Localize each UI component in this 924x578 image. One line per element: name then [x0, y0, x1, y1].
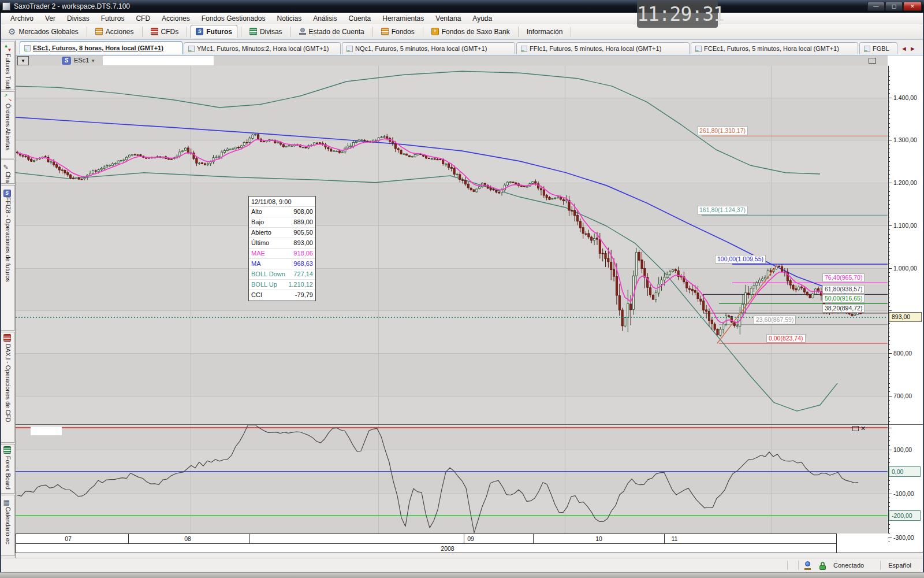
menu-divisas[interactable]: Divisas — [61, 13, 95, 24]
menu-archivo[interactable]: Archivo — [5, 13, 39, 24]
tooltip-row-ma: MA968,63 — [249, 259, 315, 269]
sidebar-item-calendario-ec[interactable]: ▦Calendario ec — [1, 495, 15, 556]
fib-label-61-80: 61,80(938,57) — [822, 285, 865, 294]
tooltip-row-label: CCI — [251, 291, 262, 300]
chevron-down-icon: ▼ — [91, 58, 95, 64]
menu-herramientas[interactable]: Herramientas — [377, 13, 430, 24]
toolbar-divisas[interactable]: Divisas — [245, 25, 287, 38]
price-tick-label: 700,00 — [893, 392, 912, 399]
tooltip-row-value: 1.210,12 — [288, 280, 313, 289]
sidebar-item-ffiz8-operaciones-de-futuros[interactable]: SFFIZ8 - Operaciones de futuros — [1, 185, 15, 331]
sidebar-item-cha[interactable]: ✎Cha — [1, 160, 15, 184]
tab-label: FFIc1, Futuros, 5 minutos, Hora local (G… — [530, 45, 661, 52]
sidebar-item-label: Órdenes Abiertas — [5, 103, 12, 150]
stripes-icon — [151, 28, 158, 35]
chart-maximize-icon[interactable] — [869, 58, 876, 64]
sidebar-item-futures-trading[interactable]: ▲▼Futures Trading — [1, 42, 15, 90]
toolbar-informacion[interactable]: Información — [522, 25, 568, 38]
cci-maximize-icon[interactable] — [852, 426, 859, 431]
toolbar-fondos-de-saxo-bank[interactable]: +Fondos de Saxo Bank — [427, 25, 515, 38]
toolbar-label: Acciones — [106, 28, 134, 36]
toolbar-label: Información — [527, 28, 563, 36]
language-label[interactable]: Español — [888, 562, 911, 569]
connection-status: Conectado — [833, 562, 864, 569]
plus-icon: + — [431, 28, 439, 35]
toolbar-divider — [518, 27, 519, 37]
sidebar-item-dax-i-operaciones-de-cfd[interactable]: DAX.I - Operaciones de CFD — [1, 332, 15, 443]
tab-label: YMc1, Futuros, Minutos:2, Hora local (GM… — [197, 45, 329, 52]
restore-button[interactable]: ▢ — [885, 2, 903, 11]
tooltip-row-value: 908,00 — [293, 208, 313, 216]
status-divider — [787, 561, 788, 570]
fib-label-261-80: 261,80(1.310,17) — [697, 127, 748, 135]
instrument-selector[interactable]: ESc1 ▼ — [74, 57, 95, 64]
toolbar-divider — [87, 27, 87, 37]
menu-ver[interactable]: Ver — [39, 13, 61, 24]
tooltip-row-label: MA — [251, 260, 261, 268]
toolbar: ⚙Mercados GlobalesAccionesCFDsSFuturosDi… — [0, 24, 924, 40]
toolbar-acciones[interactable]: Acciones — [91, 25, 139, 38]
tooltip-row-value: 918,06 — [293, 249, 313, 258]
time-axis: 07080910112008 — [16, 533, 924, 553]
toolbar-label: Fondos — [392, 28, 415, 36]
tab-ymc1[interactable]: ≈YMc1, Futuros, Minutos:2, Hora local (G… — [184, 42, 341, 54]
price-tick-label: 1.000,00 — [893, 265, 917, 272]
clock-overlay: 11:29:31 — [637, 1, 718, 28]
toolbar-label: Fondos de Saxo Bank — [442, 28, 510, 36]
toolbar-divider — [241, 27, 241, 37]
chart-canvas[interactable]: 1.400,001.300,001.200,001.100,001.000,00… — [16, 55, 924, 553]
cci-close-icon[interactable]: ✕ — [860, 426, 866, 431]
toolbar-label: Divisas — [260, 28, 282, 36]
toolbar-fondos[interactable]: Fondos — [377, 25, 419, 38]
close-button[interactable]: ✕ — [903, 2, 922, 11]
stripes-icon — [95, 28, 103, 35]
menu-cuenta[interactable]: Cuenta — [343, 13, 377, 24]
toolbar-estado-de-cuenta[interactable]: Estado de Cuenta — [295, 25, 369, 38]
tab-ffic1[interactable]: ≈FFIc1, Futuros, 5 minutos, Hora local (… — [516, 42, 690, 54]
menu-ayuda[interactable]: Ayuda — [467, 13, 498, 24]
cci-tick-label: -300,00 — [893, 534, 914, 541]
tab-scroll-left-icon[interactable]: ◄ — [901, 45, 907, 52]
sidebar-item-ordenes-abiertas[interactable]: ↗↘Órdenes Abiertas — [1, 91, 15, 158]
tooltip-row-boll-down: BOLL Down727,14 — [249, 269, 315, 280]
menu-futuros[interactable]: Futuros — [95, 13, 131, 24]
minimize-button[interactable]: — — [867, 2, 885, 11]
cci-tick-label: 100,00 — [893, 446, 912, 453]
tooltip-row-label: Abierto — [251, 228, 271, 237]
tooltip-row-cci: CCI-79,79 — [249, 290, 315, 301]
tooltip-row-label: Alto — [251, 208, 262, 216]
tab-nqc1[interactable]: ≈NQc1, Futuros, 5 minutos, Hora local (G… — [342, 42, 515, 54]
window-bottom-edge — [0, 572, 924, 578]
menu-ventana[interactable]: Ventana — [430, 13, 467, 24]
chart-dropdown-button[interactable]: ▼ — [17, 56, 29, 65]
price-tick-label: 800,00 — [893, 350, 912, 357]
toolbar-divider — [423, 27, 423, 37]
menu-fondos-gestionados[interactable]: Fondos Gestionados — [196, 13, 271, 24]
menu-bar: ArchivoVerDivisasFuturosCFDAccionesFondo… — [0, 13, 924, 24]
sidebar-item-label: Forex Board — [5, 456, 12, 490]
chart-legend-box — [103, 56, 214, 65]
chart-window: 1.400,001.300,001.200,001.100,001.000,00… — [16, 55, 924, 553]
tooltip-row-label: BOLL Up — [251, 280, 277, 289]
sidebar-item-forex-board[interactable]: Forex Board — [1, 444, 15, 494]
menu-acciones[interactable]: Acciones — [156, 13, 196, 24]
status-divider — [798, 561, 799, 570]
toolbar-mercados-globales[interactable]: ⚙Mercados Globales — [3, 25, 83, 38]
tooltip-row-mae: MAE918,06 — [249, 249, 315, 259]
toolbar-futuros[interactable]: SFuturos — [191, 25, 237, 38]
menu-analisis[interactable]: Análisis — [307, 13, 342, 24]
tooltip-row-value: -79,79 — [295, 291, 313, 300]
tab-fgbl[interactable]: ≈FGBL — [859, 42, 897, 54]
tab-scroll-arrows: ◄► — [901, 42, 916, 54]
saxo-icon: S — [3, 187, 13, 196]
menu-cfd[interactable]: CFD — [130, 13, 156, 24]
status-divider — [880, 561, 881, 570]
tab-fcec1[interactable]: ≈FCEc1, Futuros, 5 minutos, Hora local (… — [691, 42, 858, 54]
tab-esc1[interactable]: ≈ESc1, Futuros, 8 horas, Hora local (GMT… — [20, 41, 182, 54]
sidebar-item-label: Calendario ec — [5, 507, 12, 544]
chart-tab-icon: ≈ — [346, 46, 353, 52]
toolbar-cfds[interactable]: CFDs — [146, 25, 184, 38]
tab-scroll-right-icon[interactable]: ► — [910, 45, 916, 52]
status-bar: Conectado Español — [0, 558, 924, 572]
menu-noticias[interactable]: Noticias — [271, 13, 308, 24]
